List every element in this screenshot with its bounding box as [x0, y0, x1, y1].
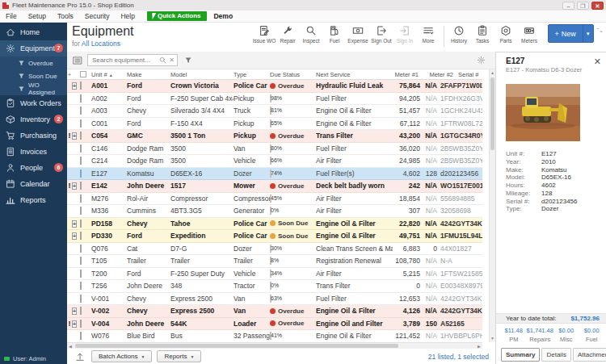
expand-row-icon[interactable]: + [72, 82, 77, 90]
repair-button[interactable]: Repair [276, 25, 300, 44]
table-row[interactable]: +A001FordCrown VictoriaPolice CarOverdue… [67, 80, 482, 93]
parts-button[interactable]: Parts [494, 25, 518, 44]
sidebar-subitem-wo-assigned[interactable]: WO Assigned [0, 82, 67, 95]
table-row[interactable]: W076Blue BirdBus32 Passenger41%Engine Oi… [67, 330, 482, 342]
sidebar-item-reports[interactable]: Reports [0, 192, 67, 208]
menu-item-file[interactable]: File [0, 12, 23, 20]
column-header-serial[interactable]: Serial # [453, 71, 482, 78]
sidebar-item-purchasing[interactable]: Purchasing [0, 128, 67, 144]
menu-item-tools[interactable]: Tools [52, 12, 79, 20]
more-button[interactable]: More [417, 25, 440, 44]
expand-row-icon[interactable]: + [72, 182, 77, 190]
quick-actions-button[interactable]: Quick Actions [147, 11, 208, 21]
row-checkbox[interactable] [80, 245, 82, 253]
table-row[interactable]: A003ChevySilverado 3/4 4X4Truck81%Engine… [67, 105, 482, 118]
table-row[interactable]: T105TrailerTrailerTrailer8%Registration … [67, 255, 482, 268]
column-header-next-service[interactable]: Next Service [316, 71, 393, 78]
all-locations-link[interactable]: All Locations [82, 40, 120, 48]
expand-row-icon[interactable]: + [72, 232, 77, 240]
restore-button[interactable]: ❐ [577, 2, 589, 10]
table-row[interactable]: Q076CatD7-GDozer30%Clean Trans Screen & … [67, 243, 482, 256]
history-button[interactable]: History [448, 25, 471, 44]
horizontal-scrollbar[interactable]: ◀ ▶ [67, 342, 482, 349]
horizontal-scroll-thumb[interactable] [75, 344, 398, 348]
column-header-make[interactable]: Make [127, 71, 170, 78]
table-row[interactable]: V-001ChevyExpress 2500Van63%Fuel Filter1… [67, 293, 482, 306]
table-row[interactable]: M336Cummins4BT3.3G5Generator0%Air Filter… [67, 205, 482, 218]
row-checkbox[interactable] [80, 232, 82, 240]
table-row[interactable]: T256John Deere348Tractor0%Trans Filter0N… [67, 280, 482, 293]
tasks-button[interactable]: Tasks [471, 25, 494, 44]
toolbar-overflow-chevron-icon[interactable]: ˆ﻿⌄ [597, 27, 604, 52]
column-header-meter1[interactable]: Meter #1 [393, 71, 419, 78]
search-input[interactable] [92, 56, 158, 64]
list-view-icon[interactable] [72, 56, 83, 65]
sidebar-item-equipment[interactable]: Equipment7 [0, 40, 67, 56]
tab-attachments[interactable]: Attachments [573, 348, 606, 362]
sidebar-item-work-orders[interactable]: Work Orders [0, 95, 67, 111]
row-checkbox[interactable] [80, 94, 82, 103]
sidebar-subitem-overdue[interactable]: Overdue [0, 56, 67, 69]
column-header-status[interactable]: Due Status [270, 71, 316, 78]
row-checkbox[interactable] [80, 220, 82, 228]
table-row[interactable]: +PD158ChevyTahoePolice CarSoon DueEngine… [67, 218, 482, 231]
table-row[interactable]: C146Dodge Ram3500Van80%Fuel Filter36,020… [67, 143, 482, 156]
row-checkbox[interactable] [80, 332, 82, 340]
expense-button[interactable]: Expense [347, 25, 370, 44]
column-header-meter2[interactable]: Meter #2 [419, 71, 453, 78]
sign-out-button[interactable]: Sign Out [370, 25, 393, 44]
scroll-right-icon[interactable]: ▶ [476, 343, 482, 349]
export-icon[interactable] [75, 352, 85, 362]
table-row[interactable]: !+V-004John Deere544KLoaderOverdueEngine… [67, 318, 482, 331]
row-checkbox[interactable] [80, 144, 82, 153]
column-header-type[interactable]: Type [234, 71, 270, 78]
row-checkbox[interactable] [80, 157, 82, 165]
table-row[interactable]: A002FordF-250 Super Cab 4x4 XLPickup98%F… [67, 93, 482, 106]
row-checkbox[interactable] [80, 282, 82, 290]
scroll-down-icon[interactable]: ▼ [490, 335, 495, 342]
row-checkbox[interactable] [80, 182, 82, 190]
row-checkbox[interactable] [80, 132, 82, 140]
row-checkbox[interactable] [80, 107, 82, 115]
reports-button[interactable]: Reports▼ [157, 350, 201, 362]
row-checkbox[interactable] [80, 320, 82, 328]
vertical-scrollbar[interactable]: ▲ ▼ [489, 69, 495, 342]
minimize-button[interactable]: – [562, 2, 574, 10]
row-checkbox[interactable] [80, 257, 82, 265]
row-checkbox[interactable] [80, 195, 82, 203]
search-icon[interactable] [159, 56, 166, 64]
table-row[interactable]: T200FordF-250 Super DutyVehicle34%Air Fi… [67, 268, 482, 281]
expand-row-icon[interactable]: + [72, 220, 77, 228]
expand-all-header[interactable]: + [67, 71, 72, 78]
row-checkbox[interactable] [80, 270, 82, 278]
panel-close-icon[interactable]: ✕ [594, 57, 601, 65]
meters-button[interactable]: Meters [518, 25, 541, 44]
menu-item-security[interactable]: Security [79, 12, 116, 20]
fuel-button[interactable]: Fuel [323, 25, 347, 44]
row-checkbox[interactable] [80, 169, 82, 178]
sidebar-item-inventory[interactable]: Inventory2 [0, 111, 67, 128]
close-button[interactable]: ✕ [591, 2, 604, 10]
menu-item-help[interactable]: Help [115, 12, 140, 20]
tab-summary[interactable]: Summary [501, 348, 540, 362]
expand-row-icon[interactable]: + [72, 308, 77, 315]
sidebar-item-calendar[interactable]: Calendar [0, 176, 67, 192]
expand-row-icon[interactable]: + [72, 320, 77, 328]
sidebar-item-people[interactable]: People6 [0, 160, 67, 176]
table-row[interactable]: C214Dodge Ram3500Vehicle66%Air Filter24,… [67, 155, 482, 168]
scroll-left-icon[interactable]: ◀ [67, 343, 74, 349]
table-row[interactable]: !+C054GMC3500 1 TonPickupOverdueTrans Fi… [67, 130, 482, 143]
column-header-unit[interactable]: Unit # ▲ [91, 71, 127, 78]
table-row[interactable]: !+E142John Deere1517MowerOverdueDeck bel… [67, 180, 482, 193]
row-checkbox[interactable] [80, 295, 82, 303]
row-checkbox[interactable] [80, 119, 82, 128]
sidebar-subitem-soon-due[interactable]: Soon Due [0, 69, 67, 82]
column-header-model[interactable]: Model [170, 71, 234, 78]
row-checkbox[interactable] [80, 207, 82, 215]
sidebar-item-home[interactable]: Home [0, 24, 67, 40]
table-row[interactable]: C001FordF-150 4X4Pickup65%Engine Oil & F… [67, 118, 482, 131]
menu-item-setup[interactable]: Setup [23, 12, 52, 20]
expand-row-icon[interactable]: + [72, 132, 77, 140]
table-row[interactable]: +PD330FordExpeditionPolice CarSoon DueEn… [67, 230, 482, 243]
table-row[interactable]: M276Rol-AirCompressorCompressor45%Air Fi… [67, 193, 482, 206]
